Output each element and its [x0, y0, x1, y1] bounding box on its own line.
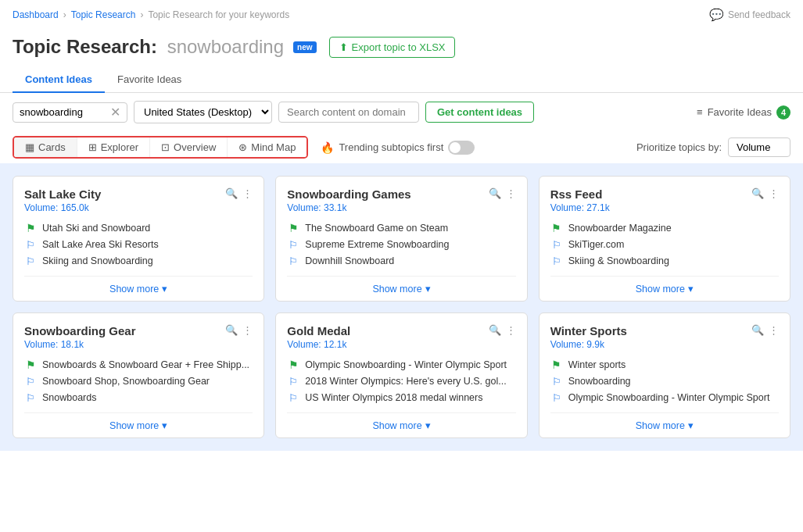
more-icon-3[interactable]: ⋮	[242, 324, 253, 336]
card-item-3-1: ⚐ Snowboard Shop, Snowboarding Gear	[24, 376, 253, 387]
breadcrumb-current: Topic Research for your keywords	[148, 9, 289, 20]
card-item-3-0: ⚑ Snowboards & Snowboard Gear + Free Shi…	[24, 359, 253, 370]
search-icon-5[interactable]: 🔍	[751, 324, 764, 336]
prioritize-label: Prioritize topics by:	[636, 141, 722, 153]
blue-flag-icon: ⚐	[287, 393, 299, 402]
domain-search-input[interactable]	[278, 102, 419, 123]
card-item-5-1: ⚐ Snowboarding	[550, 376, 779, 387]
show-more-button-3[interactable]: Show more ▾	[24, 412, 253, 431]
keyword-input-wrap: ✕	[13, 102, 127, 123]
tabs-bar: Content Ideas Favorite Ideas	[0, 67, 803, 93]
export-button[interactable]: ⬆ Export topic to XLSX	[329, 37, 456, 58]
card-actions-5: 🔍 ⋮	[751, 324, 779, 336]
card-2: Rss Feed 🔍 ⋮ Volume: 27.1k ⚑ Snowboarder…	[539, 176, 790, 302]
trending-wrap: 🔥 Trending subtopics first	[321, 141, 475, 155]
get-content-ideas-button[interactable]: Get content ideas	[425, 102, 534, 123]
search-icon-1[interactable]: 🔍	[489, 187, 501, 199]
card-header-0: Salt Lake City 🔍 ⋮	[24, 187, 253, 201]
search-icon-2[interactable]: 🔍	[751, 187, 764, 199]
more-icon-2[interactable]: ⋮	[769, 187, 779, 199]
card-volume-3: Volume: 18.1k	[24, 339, 253, 350]
view-tab-explorer[interactable]: ⊞ Explorer	[77, 137, 150, 157]
show-more-button-4[interactable]: Show more ▾	[287, 412, 515, 431]
card-title-4: Gold Medal	[287, 324, 350, 337]
card-3: Snowboarding Gear 🔍 ⋮ Volume: 18.1k ⚑ Sn…	[13, 312, 264, 438]
more-icon-4[interactable]: ⋮	[506, 324, 516, 336]
card-item-0-2: ⚐ Skiing and Snowboarding	[24, 255, 253, 266]
toggle-knob	[450, 142, 461, 153]
cards-label: Cards	[38, 141, 66, 153]
card-item-5-0: ⚑ Winter sports	[550, 359, 779, 370]
breadcrumb-dashboard[interactable]: Dashboard	[13, 9, 59, 20]
more-icon-1[interactable]: ⋮	[506, 187, 516, 199]
blue-flag-icon: ⚐	[550, 256, 563, 266]
green-flag-icon: ⚑	[550, 223, 563, 233]
prioritize-wrap: Prioritize topics by: Volume	[636, 137, 790, 157]
card-1: Snowboarding Games 🔍 ⋮ Volume: 33.1k ⚑ T…	[275, 176, 527, 302]
favorite-ideas-link[interactable]: ≡ Favorite Ideas 4	[697, 105, 790, 120]
card-actions-3: 🔍 ⋮	[225, 324, 253, 336]
show-more-button-5[interactable]: Show more ▾	[550, 412, 779, 431]
card-title-2: Rss Feed	[550, 187, 603, 201]
breadcrumb-topic-research[interactable]: Topic Research	[71, 9, 136, 20]
card-title-3: Snowboarding Gear	[24, 324, 136, 337]
card-items-4: ⚑ Olympic Snowboarding - Winter Olympic …	[287, 359, 515, 403]
tab-content-ideas[interactable]: Content Ideas	[13, 67, 105, 93]
search-icon-4[interactable]: 🔍	[489, 324, 501, 336]
search-icon-3[interactable]: 🔍	[225, 324, 238, 336]
card-item-text: Winter sports	[568, 359, 626, 370]
view-tab-cards[interactable]: ▦ Cards	[14, 137, 77, 157]
blue-flag-icon: ⚐	[287, 256, 299, 266]
country-select[interactable]: United States (Desktop)	[134, 101, 272, 123]
show-more-button-2[interactable]: Show more ▾	[550, 276, 779, 295]
list-icon: ≡	[697, 106, 703, 118]
card-actions-2: 🔍 ⋮	[751, 187, 779, 199]
card-items-1: ⚑ The Snowboard Game on Steam ⚐ Supreme …	[287, 223, 515, 266]
card-item-text: Supreme Extreme Snowboarding	[305, 239, 449, 250]
card-item-4-1: ⚐ 2018 Winter Olympics: Here's every U.S…	[287, 376, 515, 387]
card-item-text: Salt Lake Area Ski Resorts	[42, 239, 159, 250]
view-tab-overview[interactable]: ⊡ Overview	[150, 137, 228, 157]
card-items-3: ⚑ Snowboards & Snowboard Gear + Free Shi…	[24, 359, 253, 403]
card-volume-0: Volume: 165.0k	[24, 202, 253, 213]
card-item-2-0: ⚑ Snowboarder Magazine	[550, 223, 779, 234]
card-item-text: Snowboards	[42, 392, 97, 403]
chevron-down-icon: ▾	[425, 420, 431, 431]
breadcrumb-sep2: ›	[140, 9, 143, 20]
blue-flag-icon: ⚐	[550, 393, 563, 402]
trending-toggle[interactable]	[448, 141, 475, 155]
card-item-text: Skiing & Snowboarding	[568, 255, 669, 266]
card-item-1-1: ⚐ Supreme Extreme Snowboarding	[287, 239, 515, 250]
view-tab-mindmap[interactable]: ⊛ Mind Map	[228, 137, 307, 157]
card-items-2: ⚑ Snowboarder Magazine ⚐ SkiTiger.com ⚐ …	[550, 223, 779, 266]
show-more-button-1[interactable]: Show more ▾	[287, 276, 515, 295]
clear-keyword-button[interactable]: ✕	[110, 106, 120, 119]
card-item-text: Skiing and Snowboarding	[42, 255, 153, 266]
feedback-icon: 💬	[709, 8, 724, 22]
card-title-0: Salt Lake City	[24, 187, 101, 201]
green-flag-icon: ⚑	[287, 223, 299, 233]
mindmap-icon: ⊛	[238, 141, 247, 153]
page-title: Topic Research: snowboarding	[13, 36, 284, 58]
card-item-text: Snowboard Shop, Snowboarding Gear	[42, 376, 210, 387]
green-flag-icon: ⚑	[287, 360, 299, 370]
card-item-text: Downhill Snowboard	[305, 255, 394, 266]
more-icon-5[interactable]: ⋮	[769, 324, 779, 336]
card-header-3: Snowboarding Gear 🔍 ⋮	[24, 324, 253, 337]
more-icon-0[interactable]: ⋮	[242, 187, 253, 199]
card-volume-1: Volume: 33.1k	[287, 202, 515, 213]
cards-icon: ▦	[25, 141, 34, 153]
tab-favorite-ideas[interactable]: Favorite Ideas	[105, 67, 194, 93]
send-feedback-btn[interactable]: 💬 Send feedback	[709, 8, 790, 22]
search-icon-0[interactable]: 🔍	[225, 187, 238, 199]
card-volume-4: Volume: 12.1k	[287, 339, 515, 350]
mindmap-label: Mind Map	[251, 141, 296, 153]
card-volume-2: Volume: 27.1k	[550, 202, 779, 213]
card-4: Gold Medal 🔍 ⋮ Volume: 12.1k ⚑ Olympic S…	[275, 312, 527, 438]
card-actions-0: 🔍 ⋮	[225, 187, 253, 199]
card-0: Salt Lake City 🔍 ⋮ Volume: 165.0k ⚑ Utah…	[13, 176, 264, 302]
show-more-button-0[interactable]: Show more ▾	[24, 276, 253, 295]
prioritize-select[interactable]: Volume	[728, 137, 790, 157]
blue-flag-icon: ⚐	[24, 256, 37, 266]
keyword-input[interactable]	[20, 106, 106, 118]
